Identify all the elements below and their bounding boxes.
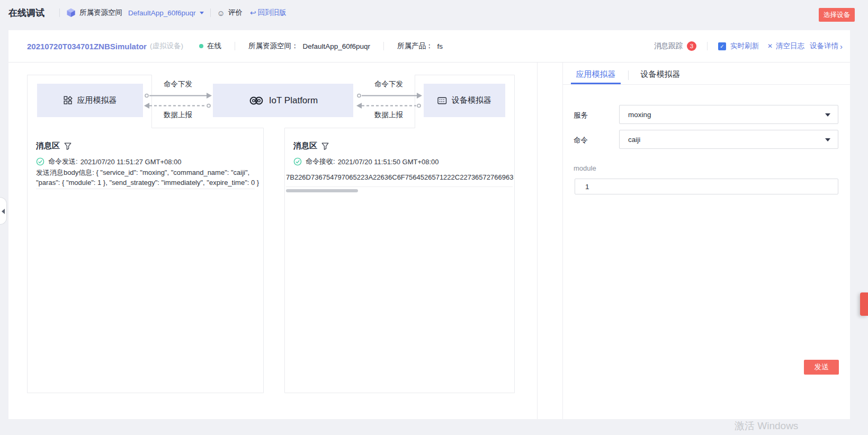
device-simulator-box: 设备模拟器 [424,84,505,117]
feedback-smiley-icon: ☺ [217,8,225,17]
chevron-down-icon[interactable] [200,12,204,14]
online-dot-icon [199,44,203,48]
iot-platform-label: IoT Platform [269,95,318,106]
clear-log-x-icon[interactable]: ✕ [767,42,773,50]
message-divider [36,189,255,189]
divider [210,8,211,17]
filter-funnel-icon[interactable] [64,143,71,150]
sidebar-collapse-handle[interactable] [0,197,7,225]
app-simulator-label: 应用模拟器 [77,95,117,105]
tab-device-simulator[interactable]: 设备模拟器 [636,69,685,79]
side-feedback-tab[interactable] [860,292,868,316]
app-message-event: 命令发送: [48,157,78,166]
status-text: 在线 [207,41,221,51]
app-message-area-header: 消息区 [36,141,71,151]
command-down-label-left: 命令下发 [156,79,200,89]
divider [707,42,708,50]
data-up-label-left: 数据上报 [156,110,200,120]
device-simulator-label: 设备模拟器 [452,95,491,105]
tab-separator [628,70,629,80]
device-name-link[interactable]: 20210720T034701ZNBSimulator [27,42,147,51]
success-check-icon [36,157,44,166]
chevron-down-icon [825,138,830,141]
device-type-suffix: (虚拟设备) [150,41,183,51]
command-select-value: caiji [628,136,640,144]
resource-space-value: DefaultApp_60f6puqr [302,42,370,50]
top-navbar: 在线调试 所属资源空间 DefaultApp_60f6puqr ☺ 评价 ↩ 回… [0,0,868,25]
realtime-refresh-label[interactable]: 实时刷新 [730,41,759,51]
message-trace-count-badge: 3 [687,41,696,51]
clear-log-link[interactable]: 清空日志 [776,41,804,51]
command-label: 命令 [574,136,588,145]
app-simulator-box: 应用模拟器 [37,84,143,117]
rate-link[interactable]: 评价 [228,8,243,17]
divider [383,42,384,50]
resource-space-label: 所属资源空间 [79,8,122,17]
data-up-label-right: 数据上报 [366,110,411,120]
device-message-time: 2021/07/20 11:51:50 GMT+08:00 [338,158,439,166]
panel-divider [562,63,563,419]
resource-space-selector[interactable]: DefaultApp_60f6puqr [128,9,196,17]
device-bar-actions: 消息跟踪 3 ✓ 实时刷新 ✕ 清空日志 设备详情 › [654,41,843,51]
send-button[interactable]: 发送 [804,360,839,375]
device-message-event: 命令接收: [306,157,335,166]
divider [235,42,235,50]
chevron-left-icon [2,209,5,214]
device-list-icon [437,96,447,105]
product-label: 所属产品： [397,41,433,51]
service-select[interactable]: moxing [619,105,838,124]
online-debug-page: 在线调试 所属资源空间 DefaultApp_60f6puqr ☺ 评价 ↩ 回… [0,0,868,435]
success-check-icon [293,157,302,166]
product-value: fs [437,42,443,50]
app-message-entry-header: 命令发送: 2021/07/20 11:51:27 GMT+08:00 [36,157,182,166]
iot-logo-icon [248,95,264,106]
watermark-line1: 激活 Windows [735,419,817,433]
back-to-old-version-link[interactable]: 回到旧版 [258,8,287,17]
command-select[interactable]: caiji [619,130,838,149]
service-label: 服务 [574,111,588,120]
device-message-area-header: 消息区 [293,141,329,151]
app-message-area-title: 消息区 [36,141,60,151]
app-grid-icon [64,96,73,105]
divider [59,8,60,17]
panel-divider [537,63,538,419]
device-info-bar: 20210720T034701ZNBSimulator (虚拟设备) 在线 所属… [8,30,850,63]
param-module-label: module [574,164,596,172]
device-message-entry-header: 命令接收: 2021/07/20 11:51:50 GMT+08:00 [293,157,439,166]
horizontal-scrollbar-thumb[interactable] [286,189,358,192]
app-message-time: 2021/07/20 11:51:27 GMT+08:00 [80,158,182,166]
app-message-body: 发送消息body信息: { "service_id": "moxing", "c… [36,168,261,188]
windows-activation-watermark: 激活 Windows 转到“设置”以激活 Windows [735,419,817,435]
iot-platform-box: IoT Platform [213,84,353,117]
tab-app-simulator[interactable]: 应用模拟器 [571,69,621,79]
back-arrow-icon: ↩ [250,8,256,17]
service-select-value: moxing [628,111,651,119]
chevron-down-icon [825,113,830,117]
device-detail-link[interactable]: 设备详情 [810,41,838,51]
resource-space-cube-icon [66,8,76,17]
filter-funnel-icon[interactable] [321,143,329,150]
select-device-button[interactable]: 选择设备 [819,8,855,22]
active-tab-underline [571,83,621,84]
realtime-refresh-checkbox[interactable]: ✓ [718,42,726,50]
message-trace-link[interactable]: 消息跟踪 [654,41,683,51]
message-divider [286,187,513,187]
device-message-area-title: 消息区 [293,141,317,151]
param-module-input[interactable] [575,179,838,194]
device-message-hex-body: 7B226D736754797065223A22636C6F7564526571… [286,173,514,183]
status-badge: 在线 [199,41,221,51]
tabs-bottom-border [562,84,850,85]
resource-space-label: 所属资源空间： [248,41,299,51]
command-down-label-right: 命令下发 [366,79,411,89]
page-title: 在线调试 [8,7,44,19]
chevron-right-icon[interactable]: › [840,42,843,51]
